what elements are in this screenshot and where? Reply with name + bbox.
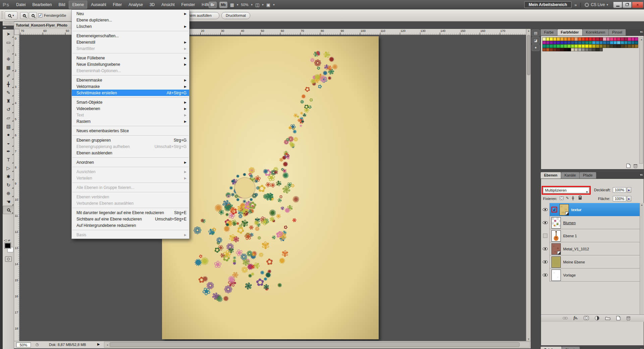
dodge-tool[interactable]: ◒ (3, 139, 14, 147)
swatch[interactable] (596, 41, 599, 45)
swatch[interactable] (603, 41, 606, 45)
brush-tool[interactable]: ✎ (3, 88, 14, 97)
menu-item-ebeneneigenschaften[interactable]: Ebeneneigenschaften... (72, 33, 189, 39)
tab-korrekturen[interactable]: Korrekturen (583, 29, 609, 36)
swatch[interactable] (567, 37, 571, 41)
layer-main[interactable]: Meine Ebene (550, 255, 640, 268)
lasso-tool[interactable]: ◌ (3, 46, 14, 55)
panel-drag-handle[interactable] (4, 22, 13, 25)
swatch[interactable] (549, 48, 553, 52)
swatch[interactable] (617, 44, 621, 48)
path-selection-tool[interactable]: ▷ (3, 164, 14, 172)
swatch[interactable] (549, 44, 553, 48)
swatch[interactable] (574, 48, 578, 52)
restore-button[interactable] (623, 2, 632, 8)
canvas-document[interactable]: ❁❃✹✿✹✾❁✹❁✿✾❀✾❁✾✺✾✾❃✹❃✾❁✺❁✿✾✺✿✿❀✺✹✺✺❃❃❃❁❃… (162, 36, 379, 339)
swatch[interactable] (582, 48, 585, 52)
swatch[interactable] (546, 37, 550, 41)
blur-tool[interactable]: ● (3, 130, 14, 139)
type-tool[interactable]: T (3, 155, 14, 164)
eye-icon[interactable] (543, 221, 548, 224)
swatch[interactable] (564, 37, 568, 41)
swatch[interactable] (542, 48, 546, 52)
swatch[interactable] (574, 41, 578, 45)
layer-style-button[interactable]: fx. (574, 315, 578, 320)
swatch[interactable] (546, 41, 550, 45)
quick-mask-button[interactable] (5, 256, 12, 262)
lock-transparency-icon[interactable] (560, 196, 564, 200)
swatch[interactable] (553, 37, 557, 41)
menu-3d[interactable]: 3D (147, 1, 158, 8)
swatch[interactable] (603, 37, 606, 41)
scroll-up-icon[interactable]: ▲ (526, 30, 531, 32)
swatch[interactable] (578, 41, 582, 45)
eye-icon[interactable] (543, 273, 548, 277)
view-extras-icon[interactable]: ▦ (230, 2, 234, 7)
visibility-cell[interactable] (541, 255, 550, 268)
swatches-scrollbar[interactable]: ▲ (639, 37, 643, 164)
opacity-field[interactable]: 100% (613, 187, 626, 193)
swatch[interactable] (582, 44, 585, 48)
swatch[interactable] (546, 44, 550, 48)
blend-mode-select[interactable]: Multiplizieren ▼ (543, 187, 589, 193)
workspace-button[interactable]: Mein Arbeitsbereich (524, 1, 571, 8)
swatch[interactable] (596, 48, 599, 52)
menu-item-auf-hintergrundebene-reduzieren[interactable]: Auf Hintergrundebene reduzieren (72, 222, 189, 229)
layer-thumbnail[interactable] (551, 230, 561, 242)
swatch[interactable] (585, 37, 589, 41)
swatch[interactable] (621, 37, 624, 41)
swatch[interactable] (624, 44, 628, 48)
menu-item-anordnen[interactable]: Anordnen▶ (72, 159, 189, 165)
pen-tool[interactable]: ✒ (3, 147, 14, 155)
new-layer-button[interactable] (616, 316, 621, 320)
menu-item-rastern[interactable]: Rastern▶ (72, 118, 189, 124)
swatch[interactable] (556, 48, 560, 52)
layer-main[interactable]: Metal_V1_1012 (550, 242, 640, 255)
tab-kanäle[interactable]: Kanäle (561, 172, 580, 179)
swatch[interactable] (582, 41, 585, 45)
default-colors-icon[interactable]: ▪◻ ⇄ (4, 239, 10, 242)
zoom-out-button[interactable] (29, 12, 37, 19)
workspace-overflow-chevrons[interactable]: » (575, 2, 576, 7)
swatch[interactable] (621, 44, 624, 48)
swatch[interactable] (578, 48, 582, 52)
swatch[interactable] (582, 37, 585, 41)
ruler-corner[interactable] (14, 29, 19, 35)
eraser-tool[interactable]: ▱ (3, 113, 14, 122)
swatch[interactable] (560, 41, 564, 45)
menu-item-smart-objekte[interactable]: Smart-Objekte▶ (72, 99, 189, 105)
swatch[interactable] (592, 41, 596, 45)
swatch[interactable] (553, 48, 557, 52)
tab-pfade[interactable]: Pfade (580, 172, 596, 179)
swatch[interactable] (542, 41, 546, 45)
swatch[interactable] (556, 44, 560, 48)
swatch[interactable] (610, 37, 613, 41)
swatch[interactable] (574, 37, 578, 41)
eyedropper-tool[interactable]: ✐ (3, 71, 14, 80)
close-button[interactable]: × (632, 2, 643, 8)
panel-menu-icon[interactable]: ▾≡ (640, 30, 643, 34)
bridge-button[interactable]: Br (209, 2, 217, 8)
menu-datei[interactable]: Datei (13, 1, 29, 8)
healing-brush-tool[interactable]: ╋ (3, 80, 14, 88)
swatch[interactable] (599, 37, 603, 41)
resize-windows-checkbox[interactable]: ✓ Fenstergröße (38, 13, 66, 17)
chevron-down-icon[interactable]: ▾ (251, 3, 253, 6)
quick-selection-tool[interactable]: ❈ (3, 55, 14, 63)
menu-item-neue-einstellungsebene[interactable]: Neue Einstellungsebene▶ (72, 61, 189, 67)
layer-name[interactable]: Metal_V1_1012 (563, 247, 589, 251)
tab-absatz[interactable]: Absatz (562, 347, 580, 349)
collapsed-panel-button-3[interactable]: ✦ (532, 44, 540, 51)
swatch[interactable] (556, 41, 560, 45)
status-options-arrow[interactable]: ▶ (97, 342, 100, 346)
eye-icon[interactable] (543, 208, 548, 211)
menu-item-schnittmaske-erstellen[interactable]: Schnittmaske erstellenAlt+Strg+G (72, 90, 189, 96)
swatch[interactable] (613, 37, 617, 41)
menu-item-ebenen-ausblenden[interactable]: Ebenen ausblenden (72, 150, 189, 156)
scrollbar-thumb[interactable] (527, 35, 530, 75)
swatch[interactable] (635, 44, 638, 48)
lock-pixels-icon[interactable]: ✎ (566, 196, 569, 200)
add-mask-button[interactable] (584, 316, 589, 320)
lock-position-icon[interactable]: ╋ (572, 196, 574, 200)
minimize-button[interactable] (613, 2, 622, 8)
